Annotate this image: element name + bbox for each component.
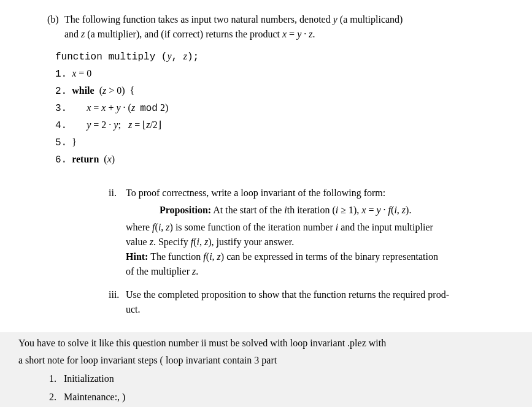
proposition-label: Proposition:: [160, 205, 211, 215]
code-line-2: 2. while (z > 0) {: [55, 83, 514, 99]
code-block: function multiply (y, z); 1. x = 0 2. wh…: [55, 49, 514, 167]
part-b-label: (b): [47, 12, 59, 27]
sub-ii-where: where f(i, z) is some function of the it…: [126, 220, 514, 235]
user-note-line2: a short note for loop invariant steps ( …: [18, 353, 514, 368]
user-note-line1: You have to solve it like this question …: [18, 336, 514, 351]
proposition-text: At the start of the ith iteration (i ≥ 1…: [211, 205, 411, 215]
sub-items: ii. To proof correctness, write a loop i…: [126, 186, 514, 317]
intro-text: The following function takes as input tw…: [64, 12, 514, 42]
sub-ii-value: value z. Specify f(i, z), justify your a…: [126, 235, 514, 249]
intro-line2: and z (a multiplier), and (if correct) r…: [64, 29, 315, 39]
sub-item-iii: iii. Use the completed proposition to sh…: [126, 287, 514, 317]
sub-ii-hint2: of the multiplier z.: [126, 264, 514, 279]
step-2: 2. Maintenance:, ): [49, 390, 514, 405]
step-1: 1. Initialization: [49, 371, 514, 386]
sub-ii-hint: Hint: The function f(i, z) can be expres…: [126, 249, 514, 264]
code-header: function multiply (y, z);: [55, 49, 514, 64]
part-b-intro: (b) The following function takes as inpu…: [64, 12, 514, 42]
code-line-1: 1. x = 0: [55, 66, 514, 82]
code-line-3: 3. x = x + y · (z mod 2): [55, 101, 514, 116]
code-line-4: 4. y = 2 · y; z = ⌊z/2⌋: [55, 118, 514, 133]
sub-item-ii: ii. To proof correctness, write a loop i…: [126, 186, 514, 279]
intro-line1: The following function takes as input tw…: [64, 14, 403, 25]
sub-ii-line1: To proof correctness, write a loop invar…: [126, 188, 385, 198]
sub-ii-label: ii.: [109, 186, 117, 200]
part-b-section: (b) The following function takes as inpu…: [64, 12, 514, 317]
user-note-section: You have to solve it like this question …: [0, 332, 532, 407]
sub-iii-line1: Use the completed proposition to show th…: [126, 289, 449, 300]
steps-list: 1. Initialization 2. Maintenance:, ) 3. …: [49, 371, 514, 407]
code-line-6: 6. return (x): [55, 152, 514, 167]
sub-iii-label: iii.: [109, 287, 119, 302]
sub-iii-line2: uct.: [126, 304, 141, 314]
proposition-line: Proposition: At the start of the ith ite…: [160, 203, 514, 218]
code-line-5: 5. }: [55, 135, 514, 150]
